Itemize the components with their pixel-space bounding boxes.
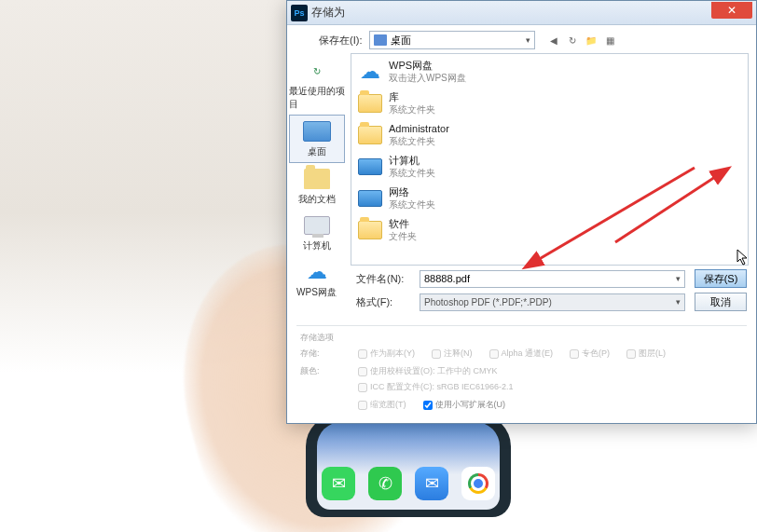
chk-proof[interactable]: 使用校样设置(O): 工作中的 CMYK	[358, 365, 514, 377]
list-item[interactable]: Administrator系统文件夹	[355, 119, 744, 151]
list-item[interactable]: 库系统文件夹	[355, 88, 744, 119]
folder-icon	[357, 90, 383, 116]
places-sidebar: ↻ 最近使用的项目 桌面 我的文档 计算机 ☁ WPS网盘	[287, 53, 347, 266]
documents-icon	[303, 167, 331, 191]
look-in-label: 保存在(I):	[319, 34, 362, 48]
chk-layers[interactable]: 图层(L)	[626, 348, 666, 360]
filename-input[interactable]: 88888.pdf	[420, 270, 685, 288]
sidebar-item-label: 我的文档	[298, 193, 336, 206]
list-item[interactable]: ☁ WPS网盘双击进入WPS网盘	[355, 56, 744, 88]
sidebar-item-label: 桌面	[308, 145, 326, 158]
format-label: 格式(F):	[356, 295, 410, 309]
save-options-panel: 存储选项 存储: 作为副本(Y) 注释(N) Alpha 通道(E) 专色(P)…	[296, 325, 747, 422]
nav-icons: ◀ ↻ 📁 ▦	[546, 33, 617, 48]
monitor-icon	[357, 154, 383, 180]
cloud-icon: ☁	[357, 59, 383, 85]
phone-mockup: ✉ ✆ ✉	[306, 415, 511, 517]
folder-icon	[357, 217, 383, 243]
phone-app-chrome	[461, 467, 495, 500]
desktop-icon	[303, 119, 331, 143]
look-in-value: 桌面	[391, 34, 411, 48]
sidebar-item-recent[interactable]: ↻ 最近使用的项目	[289, 55, 345, 115]
photoshop-icon: Ps	[291, 5, 308, 21]
filename-label: 文件名(N):	[356, 272, 410, 286]
folder-icon	[374, 34, 387, 46]
dialog-title: 存储为	[311, 5, 711, 20]
close-button[interactable]: ✕	[711, 2, 752, 19]
chk-notes[interactable]: 注释(N)	[432, 348, 473, 360]
chk-alpha[interactable]: Alpha 通道(E)	[489, 348, 554, 360]
sidebar-item-documents[interactable]: 我的文档	[289, 163, 345, 210]
look-in-combo[interactable]: 桌面	[369, 31, 535, 49]
phone-app-phone: ✆	[368, 467, 402, 500]
computer-icon	[303, 213, 331, 238]
sidebar-item-label: 最近使用的项目	[289, 85, 345, 111]
format-combo[interactable]: Photoshop PDF (*.PDF;*.PDP)	[420, 293, 685, 311]
cloud-icon: ☁	[303, 260, 331, 284]
file-list[interactable]: ☁ WPS网盘双击进入WPS网盘 库系统文件夹 Administrator系统文…	[351, 53, 749, 266]
cursor-icon	[736, 249, 750, 266]
save-as-dialog: Ps 存储为 ✕ 保存在(I): 桌面 ◀ ↻ 📁 ▦ ↻ 最近使用的项目 桌面	[286, 0, 757, 424]
save-button[interactable]: 保存(S)	[695, 269, 747, 288]
chk-copy[interactable]: 作为副本(Y)	[358, 348, 415, 360]
list-item[interactable]: 软件文件夹	[355, 214, 744, 246]
monitor-icon	[357, 185, 383, 211]
save-options-label: 存储:	[300, 348, 347, 360]
list-item[interactable]: 计算机系统文件夹	[355, 151, 744, 183]
chk-icc[interactable]: ICC 配置文件(C): sRGB IEC61966-2.1	[358, 381, 514, 393]
up-icon[interactable]: ↻	[565, 33, 580, 48]
sidebar-item-label: 计算机	[303, 239, 331, 252]
sidebar-item-label: WPS网盘	[296, 286, 337, 299]
cancel-button[interactable]: 取消	[695, 293, 747, 311]
new-folder-icon[interactable]: 📁	[584, 33, 599, 48]
folder-icon	[357, 122, 383, 148]
options-title: 存储选项	[300, 332, 743, 344]
titlebar: Ps 存储为 ✕	[287, 1, 756, 25]
sidebar-item-desktop[interactable]: 桌面	[289, 115, 345, 163]
chk-spot[interactable]: 专色(P)	[570, 348, 610, 360]
list-item[interactable]: 网络系统文件夹	[355, 183, 744, 214]
chk-thumb[interactable]: 缩览图(T)	[358, 399, 406, 411]
sidebar-item-wps[interactable]: ☁ WPS网盘	[289, 256, 345, 303]
phone-app-messages: ✉	[322, 467, 355, 500]
phone-app-mail: ✉	[415, 467, 448, 500]
recent-icon: ↻	[303, 59, 331, 83]
view-icon[interactable]: ▦	[602, 33, 617, 48]
chk-lowercase[interactable]: 使用小写扩展名(U)	[423, 399, 506, 411]
back-icon[interactable]: ◀	[546, 33, 561, 48]
sidebar-item-computer[interactable]: 计算机	[289, 210, 345, 256]
color-options-label: 颜色:	[300, 365, 347, 377]
